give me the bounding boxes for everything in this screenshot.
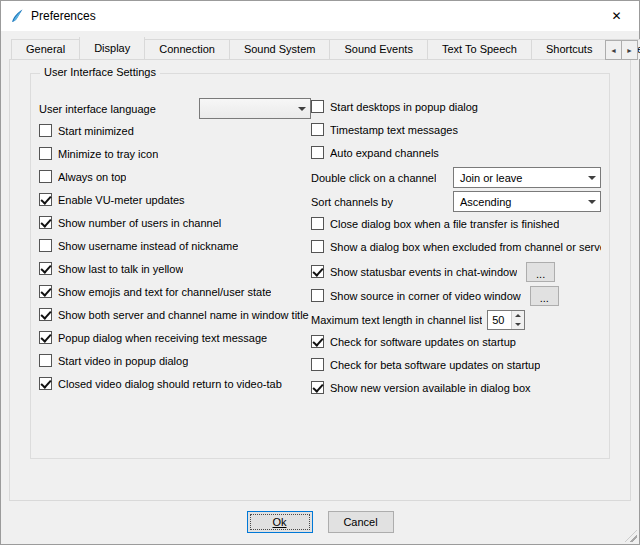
statusbar-events-row[interactable]: Show statusbar events in chat-window ... bbox=[311, 261, 601, 282]
checkbox[interactable] bbox=[311, 335, 324, 348]
checkbox-row-excluded-dialog[interactable]: Show a dialog box when excluded from cha… bbox=[311, 238, 601, 255]
preferences-dialog: Preferences ✕ General Display Connection… bbox=[0, 0, 640, 545]
checkbox[interactable] bbox=[39, 239, 52, 252]
language-dropdown[interactable] bbox=[199, 98, 311, 119]
spinner-arrows bbox=[511, 311, 524, 329]
checkbox-row-username-instead-nickname[interactable]: Show username instead of nickname bbox=[39, 237, 311, 254]
checkbox-row-minimize-to-tray[interactable]: Minimize to tray icon bbox=[39, 145, 311, 162]
checkbox-row-auto-expand-channels[interactable]: Auto expand channels bbox=[311, 144, 601, 161]
language-row: User interface language bbox=[39, 98, 311, 119]
checkbox-label: Show source in corner of video window bbox=[330, 290, 521, 302]
checkbox-label: Minimize to tray icon bbox=[58, 148, 158, 160]
tab-text-to-speech[interactable]: Text To Speech bbox=[427, 39, 532, 59]
chevron-down-icon bbox=[588, 176, 596, 184]
checkbox-row-show-user-count[interactable]: Show number of users in channel bbox=[39, 214, 311, 231]
checkbox[interactable] bbox=[39, 170, 52, 183]
checkbox-row-server-channel-title[interactable]: Show both server and channel name in win… bbox=[39, 306, 311, 323]
checkbox-label: Show last to talk in yellow bbox=[58, 263, 183, 275]
video-source-browse-button[interactable]: ... bbox=[530, 286, 559, 306]
sort-channels-row: Sort channels by Ascending bbox=[311, 191, 601, 212]
checkbox[interactable] bbox=[39, 124, 52, 137]
window-title: Preferences bbox=[31, 9, 96, 23]
sort-channels-dropdown[interactable]: Ascending bbox=[453, 191, 601, 212]
checkbox[interactable] bbox=[39, 354, 52, 367]
checkbox[interactable] bbox=[311, 123, 324, 136]
tab-scroll-left-button[interactable]: ◄ bbox=[605, 40, 622, 60]
ok-button[interactable]: Ok bbox=[247, 511, 313, 533]
checkbox-label: Check for software updates on startup bbox=[330, 336, 516, 348]
tab-shortcuts[interactable]: Shortcuts bbox=[531, 39, 607, 59]
max-text-length-spinner[interactable]: 50 bbox=[487, 310, 525, 330]
sort-channels-label: Sort channels by bbox=[311, 196, 393, 208]
checkbox[interactable] bbox=[311, 217, 324, 230]
checkbox[interactable] bbox=[39, 216, 52, 229]
double-click-dropdown[interactable]: Join or leave bbox=[453, 167, 601, 188]
checkbox-row-emojis-text-state[interactable]: Show emojis and text for channel/user st… bbox=[39, 283, 311, 300]
checkbox-label: Start minimized bbox=[58, 125, 134, 137]
checkbox-row-always-on-top[interactable]: Always on top bbox=[39, 168, 311, 185]
user-interface-settings-group: User Interface Settings User interface l… bbox=[30, 73, 610, 459]
tab-bar: General Display Connection Sound System … bbox=[1, 37, 640, 59]
checkbox[interactable] bbox=[39, 285, 52, 298]
statusbar-events-browse-button[interactable]: ... bbox=[526, 262, 555, 282]
double-click-label: Double click on a channel bbox=[311, 172, 436, 184]
checkbox-row-popup-text-message[interactable]: Popup dialog when receiving text message bbox=[39, 329, 311, 346]
checkbox-row-start-minimized[interactable]: Start minimized bbox=[39, 122, 311, 139]
checkbox[interactable] bbox=[39, 147, 52, 160]
double-click-value: Join or leave bbox=[460, 172, 522, 184]
spinner-down-button[interactable] bbox=[512, 320, 524, 329]
ok-button-label: Ok bbox=[272, 516, 286, 528]
left-column: User interface language Start minimized … bbox=[39, 98, 311, 402]
tab-scroll-right-button[interactable]: ► bbox=[621, 40, 638, 60]
title-bar: Preferences ✕ bbox=[1, 1, 639, 31]
checkbox-label: Close dialog box when a file transfer is… bbox=[330, 218, 559, 230]
checkbox[interactable] bbox=[311, 289, 324, 302]
checkbox-label: Closed video dialog should return to vid… bbox=[58, 378, 282, 390]
max-text-length-row: Maximum text length in channel list 50 bbox=[311, 309, 601, 330]
checkbox-label: Show number of users in channel bbox=[58, 217, 221, 229]
tab-scroll-control: ◄ ► bbox=[606, 40, 638, 60]
max-text-length-label: Maximum text length in channel list bbox=[311, 314, 482, 326]
checkbox[interactable] bbox=[39, 193, 52, 206]
close-button[interactable]: ✕ bbox=[594, 1, 639, 31]
checkbox[interactable] bbox=[39, 331, 52, 344]
checkbox[interactable] bbox=[311, 100, 324, 113]
cancel-button[interactable]: Cancel bbox=[328, 511, 394, 533]
checkbox[interactable] bbox=[311, 381, 324, 394]
tab-sound-events[interactable]: Sound Events bbox=[329, 39, 428, 59]
checkbox-label: Show statusbar events in chat-window bbox=[330, 266, 517, 278]
checkbox[interactable] bbox=[311, 240, 324, 253]
checkbox-row-check-updates[interactable]: Check for software updates on startup bbox=[311, 333, 601, 350]
sort-channels-value: Ascending bbox=[460, 196, 511, 208]
checkbox[interactable] bbox=[39, 262, 52, 275]
checkbox-label: Auto expand channels bbox=[330, 147, 439, 159]
checkbox[interactable] bbox=[311, 358, 324, 371]
checkbox-row-check-beta-updates[interactable]: Check for beta software updates on start… bbox=[311, 356, 601, 373]
max-text-length-value: 50 bbox=[488, 311, 511, 329]
tab-connection[interactable]: Connection bbox=[144, 39, 230, 59]
checkbox-row-close-on-transfer[interactable]: Close dialog box when a file transfer is… bbox=[311, 215, 601, 232]
tab-sound-system[interactable]: Sound System bbox=[229, 39, 331, 59]
checkbox-row-timestamp-messages[interactable]: Timestamp text messages bbox=[311, 121, 601, 138]
spinner-up-button[interactable] bbox=[512, 311, 524, 320]
chevron-down-icon bbox=[588, 200, 596, 208]
checkbox-row-desktops-popup[interactable]: Start desktops in popup dialog bbox=[311, 98, 601, 115]
checkbox[interactable] bbox=[311, 146, 324, 159]
checkbox[interactable] bbox=[39, 377, 52, 390]
checkbox-row-closed-video-return[interactable]: Closed video dialog should return to vid… bbox=[39, 375, 311, 392]
chevron-down-icon bbox=[298, 107, 306, 115]
tab-general[interactable]: General bbox=[11, 39, 80, 59]
checkbox-row-vu-meter[interactable]: Enable VU-meter updates bbox=[39, 191, 311, 208]
checkbox-row-video-popup[interactable]: Start video in popup dialog bbox=[39, 352, 311, 369]
checkbox-row-last-to-talk[interactable]: Show last to talk in yellow bbox=[39, 260, 311, 277]
video-source-row[interactable]: Show source in corner of video window ..… bbox=[311, 285, 601, 306]
checkbox-label: Start desktops in popup dialog bbox=[330, 101, 478, 113]
checkbox[interactable] bbox=[311, 265, 324, 278]
language-label: User interface language bbox=[39, 103, 156, 115]
checkbox-label: Popup dialog when receiving text message bbox=[58, 332, 267, 344]
checkbox-row-new-version-dialog[interactable]: Show new version available in dialog box bbox=[311, 379, 601, 396]
checkbox-label: Show emojis and text for channel/user st… bbox=[58, 286, 271, 298]
tab-display[interactable]: Display bbox=[79, 37, 145, 59]
checkbox[interactable] bbox=[39, 308, 52, 321]
checkbox-label: Start video in popup dialog bbox=[58, 355, 188, 367]
